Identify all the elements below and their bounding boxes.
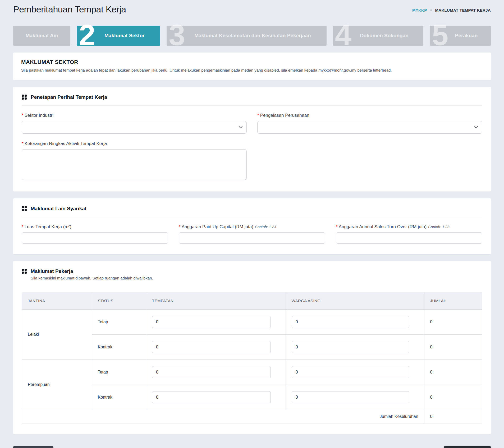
perempuan-kontrak-warga-asing-input[interactable] [292, 391, 409, 403]
jumlah-cell: 0 [424, 309, 482, 334]
field-label: *Luas Tempat Kerja (m²) [22, 224, 168, 230]
paid-up-capital-input[interactable] [179, 232, 325, 244]
next-button[interactable]: Seterusnya [444, 446, 491, 448]
tab-perakuan[interactable]: 5 Perakuan [430, 26, 491, 46]
field-hint: Contoh: 1.23 [428, 225, 449, 229]
col-header-jantina: JANTINA [22, 292, 92, 309]
section-penetapan-perihal: Penetapan Perihal Tempat Kerja *Sektor I… [13, 87, 491, 192]
field-label: *Keterangan Ringkas Aktiviti Tempat Kerj… [22, 141, 247, 146]
section-title: Maklumat Lain Syarikat [31, 206, 86, 212]
lelaki-tetap-warga-asing-input[interactable] [292, 316, 409, 328]
tab-maklumat-sektor[interactable]: 2 Maklumat Sektor [77, 26, 160, 46]
breadcrumb-separator-dot [430, 9, 432, 11]
field-label: *Sektor Industri [22, 113, 247, 118]
divider [22, 105, 482, 106]
col-header-status: STATUS [92, 292, 146, 309]
breadcrumb-current-page: MAKLUMAT TEMPAT KERJA [435, 8, 491, 12]
section-header: Maklumat Pekerja [22, 268, 482, 274]
tab-maklumat-am[interactable]: Maklumat Am [13, 26, 70, 46]
jumlah-cell: 0 [424, 334, 482, 360]
grid-icon [22, 95, 27, 100]
field-sektor-industri: *Sektor Industri [22, 113, 247, 134]
sektor-industri-select[interactable] [22, 121, 247, 134]
field-keterangan-ringkas: *Keterangan Ringkas Aktiviti Tempat Kerj… [22, 141, 247, 181]
back-button[interactable]: Kembali [13, 446, 53, 448]
section-intro-title: MAKLUMAT SEKTOR [21, 59, 483, 65]
table-row: Perempuan Tetap 0 [22, 360, 482, 385]
col-header-tempatan: TEMPATAN [146, 292, 286, 309]
lelaki-kontrak-tempatan-input[interactable] [152, 341, 271, 353]
breadcrumb-app-link[interactable]: MYKKP [412, 8, 427, 12]
status-cell: Kontrak [92, 385, 146, 410]
grid-icon [22, 269, 27, 274]
field-label: *Anggaran Paid Up Capital (RM juta)Conto… [179, 224, 325, 230]
gender-cell-lelaki: Lelaki [22, 309, 92, 360]
divider [22, 217, 482, 217]
jumlah-cell: 0 [424, 385, 482, 410]
table-total-row: Jumlah Keseluruhan 0 [22, 410, 482, 423]
tab-label: Dokumen Sokongan [344, 33, 412, 39]
section-maklumat-pekerja: Maklumat Pekerja Sila kemaskini maklumat… [13, 261, 491, 434]
lelaki-tetap-tempatan-input[interactable] [152, 316, 271, 328]
tab-maklumat-keselamatan[interactable]: 3 Maklumat Keselamatan dan Kesihatan Pek… [167, 26, 327, 46]
field-hint: Contoh: 1.23 [255, 225, 276, 229]
table-header-row: JANTINA STATUS TEMPATAN WARGA ASING JUML… [22, 292, 482, 309]
tab-label: Maklumat Sektor [89, 33, 148, 39]
field-paid-up-capital: *Anggaran Paid Up Capital (RM juta)Conto… [179, 224, 325, 244]
field-label: *Anggaran Annual Sales Turn Over (RM jut… [336, 224, 482, 230]
total-value: 0 [424, 410, 482, 423]
field-luas-tempat-kerja: *Luas Tempat Kerja (m²) [22, 224, 168, 244]
section-intro-description: Sila pastikan maklumat tempat kerja adal… [21, 67, 483, 73]
jumlah-cell: 0 [424, 360, 482, 385]
section-title: Penetapan Perihal Tempat Kerja [31, 94, 107, 100]
total-label: Jumlah Keseluruhan [22, 410, 424, 423]
tab-label: Maklumat Am [22, 33, 62, 39]
bottom-navigation: Kembali Seterusnya [13, 446, 491, 448]
page-container: Pemberitahuan Tempat Kerja MYKKP MAKLUMA… [0, 0, 504, 448]
required-asterisk: * [179, 224, 181, 229]
status-cell: Tetap [92, 360, 146, 385]
luas-tempat-kerja-input[interactable] [22, 232, 168, 244]
status-cell: Tetap [92, 309, 146, 334]
section-header: Maklumat Lain Syarikat [22, 206, 482, 212]
required-asterisk: * [257, 113, 259, 118]
tab-dokumen-sokongan[interactable]: 4 Dokumen Sokongan [333, 26, 423, 46]
employee-table: JANTINA STATUS TEMPATAN WARGA ASING JUML… [22, 292, 482, 423]
page-title: Pemberitahuan Tempat Kerja [13, 4, 126, 15]
required-asterisk: * [336, 224, 338, 229]
pengelasan-perusahaan-select[interactable] [257, 121, 482, 134]
perempuan-kontrak-tempatan-input[interactable] [152, 391, 271, 403]
field-annual-sales: *Anggaran Annual Sales Turn Over (RM jut… [336, 224, 482, 244]
required-asterisk: * [22, 113, 24, 118]
topbar: Pemberitahuan Tempat Kerja MYKKP MAKLUMA… [13, 4, 491, 15]
table-row: Lelaki Tetap 0 [22, 309, 482, 334]
tab-label: Maklumat Keselamatan dan Kesihatan Peker… [178, 33, 314, 39]
required-asterisk: * [22, 141, 24, 146]
col-header-warga-asing: WARGA ASING [286, 292, 424, 309]
section-intro: MAKLUMAT SEKTOR Sila pastikan maklumat t… [13, 53, 491, 80]
grid-icon [22, 206, 27, 211]
required-asterisk: * [22, 224, 24, 229]
section-maklumat-lain-syarikat: Maklumat Lain Syarikat *Luas Tempat Kerj… [13, 198, 491, 254]
field-label: *Pengelasan Perusahaan [257, 113, 482, 118]
status-cell: Kontrak [92, 334, 146, 360]
section-subtitle: Sila kemaskini maklumat dibawah. Setiap … [31, 276, 482, 280]
lelaki-kontrak-warga-asing-input[interactable] [292, 341, 409, 353]
field-pengelasan-perusahaan: *Pengelasan Perusahaan [257, 113, 482, 134]
gender-cell-perempuan: Perempuan [22, 360, 92, 410]
section-title: Maklumat Pekerja [31, 268, 73, 274]
section-header: Penetapan Perihal Tempat Kerja [22, 94, 482, 100]
step-wizard: Maklumat Am 2 Maklumat Sektor 3 Maklumat… [13, 26, 491, 46]
tab-label: Perakuan [439, 33, 482, 39]
breadcrumb: MYKKP MAKLUMAT TEMPAT KERJA [412, 8, 491, 12]
perempuan-tetap-warga-asing-input[interactable] [292, 366, 409, 378]
annual-sales-input[interactable] [336, 232, 482, 244]
perempuan-tetap-tempatan-input[interactable] [152, 366, 271, 378]
col-header-jumlah: JUMLAH [424, 292, 482, 309]
keterangan-ringkas-textarea[interactable] [22, 149, 247, 180]
